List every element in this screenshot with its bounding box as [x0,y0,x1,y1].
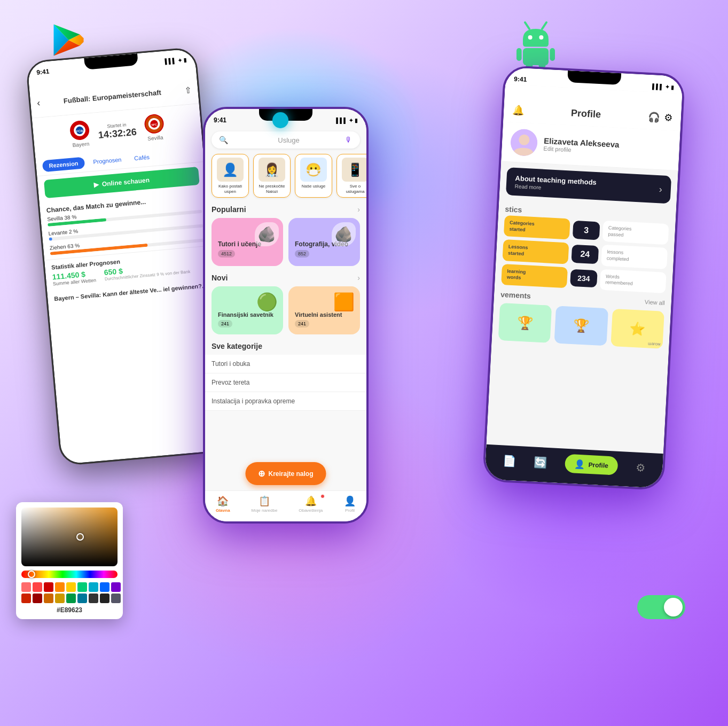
right-nav-refresh[interactable]: 🔄 [534,455,547,469]
nav-home-icon: 🏠 [217,495,229,507]
toggle-switch[interactable] [637,595,685,619]
hex-value-display: #E89623 [21,606,118,614]
hue-slider[interactable] [21,571,118,578]
status-icons-left: ▌▌▌ ✦ ▮ [165,57,187,65]
nav-notifications-label: Obaveštenja [299,508,323,513]
color-swatch[interactable] [66,582,76,592]
color-gradient-cursor[interactable] [76,533,84,541]
mic-icon[interactable]: 🎙 [345,136,353,144]
categories-passed-cell: Categoriespassed [602,221,669,245]
achievement-trophy-green[interactable]: 🏆 [498,303,552,343]
nav-obavestenja[interactable]: 🔔 Obaveštenja [299,495,323,513]
hue-cursor[interactable] [28,571,35,578]
color-swatch[interactable] [77,594,87,603]
novi-card-finansijski[interactable]: 🟢 Finansijski savetnik 241 [212,286,283,334]
achievement-star-yellow[interactable]: ⭐ шагом [610,309,664,349]
novi-chevron[interactable]: › [357,274,360,282]
view-all-button[interactable]: View all [645,299,665,306]
category-cards: 👤 Kako postati uspen 👩‍⚕️ Ne preskočite … [205,154,366,203]
nav-moje-naredbe[interactable]: 📋 Moje naredbe [251,495,277,513]
achievements-row: 🏆 🏆 ⭐ шагом [498,303,664,349]
team2-logo: SFC [144,113,165,134]
back-button-left[interactable]: ‹ [36,97,41,108]
color-swatch[interactable] [55,582,65,592]
tab-prognosen[interactable]: Prognosen [88,153,126,168]
headphones-icon[interactable]: 🎧 [647,111,660,123]
center-bottom-nav: 🏠 Glavna 📋 Moje naredbe 🔔 Obaveštenja 👤 … [205,490,366,521]
team1-logo: FCB [69,120,90,141]
color-swatch[interactable] [100,594,109,603]
right-nav-settings[interactable]: ⚙ [635,460,645,474]
color-swatch[interactable] [44,582,53,592]
categories-number-cell: 3 [573,221,600,240]
teaching-banner-content: About teaching methods Read more [515,174,597,193]
search-bar[interactable]: 🔍 Usluge 🎙 [212,131,360,149]
color-swatch[interactable] [100,582,109,592]
right-nav-profile-active[interactable]: 👤 Profile [565,454,619,475]
color-swatch[interactable] [111,594,121,603]
right-nav-docs[interactable]: 📄 [503,454,516,467]
color-gradient-box[interactable] [21,508,118,566]
toggle-knob [664,598,683,616]
user-info: Elizaveta Alekseeva Edit profile [543,136,620,155]
svg-text:SFC: SFC [151,123,157,127]
svg-rect-6 [516,48,522,61]
novi-card-virtuelni[interactable]: 🟧 Virtuelni asistent 241 [288,286,360,334]
color-swatch[interactable] [33,594,42,603]
cyan-decoration-dot [272,112,288,128]
category-card-1[interactable]: 👤 Kako postati uspen [212,154,249,198]
teaching-banner[interactable]: About teaching methods Read more › [506,167,671,204]
color-swatch[interactable] [21,594,31,603]
lessons-number-cell: 24 [571,245,599,264]
achievement-trophy-blue[interactable]: 🏆 [554,306,608,346]
svg-rect-5 [523,48,549,65]
nav-orders-label: Moje naredbe [251,508,277,513]
popularni-chevron[interactable]: › [357,205,360,214]
color-swatch[interactable] [89,582,98,592]
color-swatch[interactable] [44,594,53,603]
profile-active-icon: 👤 [574,459,585,470]
kategorija-tutori[interactable]: Tutori i obuka [205,355,366,373]
popular-card-tutori[interactable]: 🪨 Tutori i učenje 4512 [212,218,283,266]
search-placeholder: Usluge [232,136,345,144]
color-picker-widget[interactable]: #E89623 [16,502,123,619]
tab-cafes[interactable]: Cafés [129,151,154,165]
svg-rect-7 [550,48,555,61]
phone-center: 9:41 ▌▌▌ ✦ ▮ 🔍 Usluge 🎙 👤 Kako postati u… [203,107,369,524]
nav-glavna[interactable]: 🏠 Glavna [216,495,230,513]
tab-rezension[interactable]: Rezension [42,157,85,172]
krerajte-nalog-button[interactable]: ⊕ Kreirajte nalog [245,462,326,485]
category-card-2[interactable]: 👩‍⚕️ Ne preskočite Nalozi [253,154,291,198]
category-card-4[interactable]: 📱 Sve o uslugama [336,154,366,198]
nav-profil[interactable]: 👤 Profil [344,495,356,513]
category-card-3[interactable]: 😷 Naše usluge [295,154,332,198]
google-play-logo [48,21,85,59]
categories-started-cell: Categoriesstarted [504,215,570,240]
lessons-started-cell: Lessonsstarted [502,239,569,264]
team2-label: Sevilla [145,134,165,142]
color-swatch[interactable] [66,594,76,603]
profile-header-actions: 🎧 ⚙ [647,111,672,124]
share-button[interactable]: ⇧ [184,85,192,96]
kategorija-prevoz[interactable]: Prevoz tereta [205,373,366,392]
color-swatch[interactable] [89,594,98,603]
color-swatch[interactable] [111,582,121,592]
settings-nav-icon: ⚙ [635,460,645,474]
profile-user-section: Elizaveta Alekseeva Edit profile [501,122,680,171]
lessons-completed-cell: lessonscompleted [601,245,668,269]
phone-left: 9:41 ▌▌▌ ✦ ▮ ‹ Fußball: Europameistersch… [25,47,231,466]
popular-card-foto[interactable]: 🪨 Fotografija, video 852 [288,218,360,266]
team1-info: FCB Bayern [69,120,91,149]
notification-bell-icon[interactable]: 🔔 [512,104,525,116]
novi-grid: 🟢 Finansijski savetnik 241 🟧 Virtuelni a… [205,286,366,340]
status-time-center: 9:41 [214,116,226,124]
color-swatch[interactable] [21,582,31,592]
docs-icon: 📄 [503,454,516,467]
color-swatch[interactable] [77,582,87,592]
color-swatch[interactable] [33,582,42,592]
kategorija-instalacija[interactable]: Instalacija i popravka opreme [205,392,366,411]
color-swatch[interactable] [55,594,65,603]
svg-line-2 [542,22,546,29]
settings-icon[interactable]: ⚙ [663,112,672,124]
phone-right-screen: 9:41 ▌▌▌ ✦ ▮ 🔔 Profile 🎧 ⚙ [484,67,683,488]
